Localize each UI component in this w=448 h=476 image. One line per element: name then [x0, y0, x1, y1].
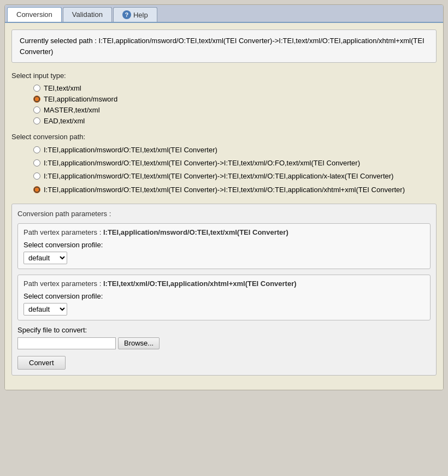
input-type-group: TEI,text/xml TEI,application/msword MAST… [33, 84, 437, 125]
vertex-2-profile-select[interactable]: default [23, 303, 67, 316]
conversion-path-label: Select conversion path: [11, 133, 437, 141]
input-type-label: Select input type: [11, 72, 437, 80]
params-title: Conversion path parameters : [17, 210, 431, 218]
vertex-2-title: Path vertex parameters : I:TEI,text/xml/… [23, 279, 425, 288]
input-option-tei-text-xml[interactable]: TEI,text/xml [33, 84, 437, 92]
file-section: Specify file to convert: Browse... [17, 326, 431, 349]
convert-button[interactable]: Convert [17, 356, 66, 370]
input-option-tei-app-msword[interactable]: TEI,application/msword [33, 95, 437, 103]
path-option-4[interactable]: I:TEI,application/msword/O:TEI,text/xml(… [33, 185, 437, 195]
radio-path-1[interactable] [33, 146, 40, 153]
params-box: Conversion path parameters : Path vertex… [11, 204, 437, 376]
file-input-row: Browse... [17, 337, 431, 349]
vertex-1-profile-select[interactable]: default [23, 252, 67, 264]
input-option-master-text-xml[interactable]: MASTER,text/xml [33, 106, 437, 114]
radio-ead-text-xml[interactable] [33, 117, 40, 124]
path-option-2[interactable]: I:TEI,application/msword/O:TEI,text/xml(… [33, 158, 437, 168]
file-section-label: Specify file to convert: [17, 326, 431, 334]
selected-path-label: Currently selected path : [20, 37, 97, 45]
vertex-1-title: Path vertex parameters : I:TEI,applicati… [23, 228, 425, 236]
radio-tei-text-xml[interactable] [33, 85, 40, 92]
radio-master-text-xml[interactable] [33, 106, 40, 114]
tab-help[interactable]: ? Help [113, 7, 157, 22]
radio-path-4[interactable] [33, 186, 40, 193]
path-option-3[interactable]: I:TEI,application/msword/O:TEI,text/xml(… [33, 171, 437, 181]
conversion-path-group: I:TEI,application/msword/O:TEI,text/xml(… [33, 145, 437, 195]
browse-button[interactable]: Browse... [118, 337, 160, 349]
radio-tei-app-msword[interactable] [33, 96, 40, 103]
tab-conversion[interactable]: Conversion [7, 7, 62, 22]
vertex-box-1: Path vertex parameters : I:TEI,applicati… [17, 223, 431, 269]
main-window: Conversion Validation ? Help Currently s… [4, 4, 444, 390]
help-icon: ? [122, 10, 131, 19]
radio-path-3[interactable] [33, 172, 40, 180]
file-text-input[interactable] [17, 337, 116, 349]
vertex-2-profile-label: Select conversion profile: [23, 292, 425, 300]
selected-path-box: Currently selected path : I:TEI,applicat… [11, 29, 437, 63]
vertex-1-profile-label: Select conversion profile: [23, 241, 425, 249]
tab-validation[interactable]: Validation [63, 7, 112, 22]
tab-bar: Conversion Validation ? Help [5, 5, 443, 23]
path-option-1[interactable]: I:TEI,application/msword/O:TEI,text/xml(… [33, 145, 437, 155]
vertex-box-2: Path vertex parameters : I:TEI,text/xml/… [17, 275, 431, 320]
input-option-ead-text-xml[interactable]: EAD,text/xml [33, 117, 437, 125]
radio-path-2[interactable] [33, 159, 40, 166]
content-area: Currently selected path : I:TEI,applicat… [5, 23, 443, 390]
